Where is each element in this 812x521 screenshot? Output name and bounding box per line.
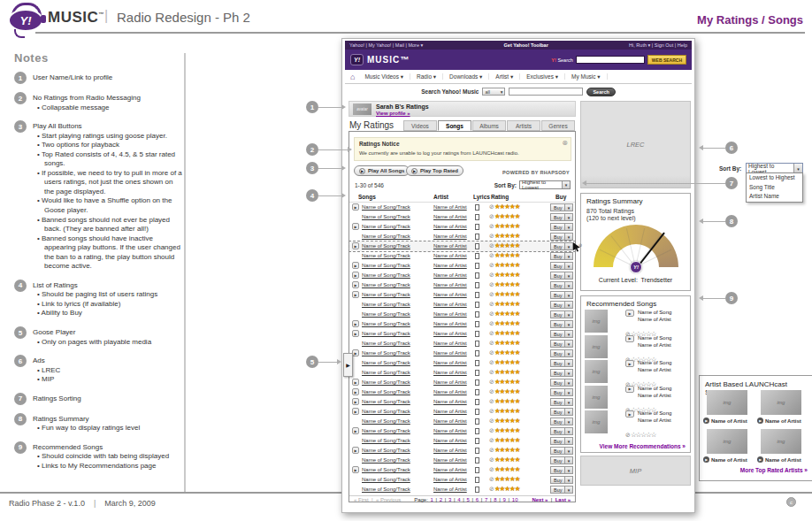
table-row[interactable]: ▶Name of Song/TrackName of Artist⊘★★★★★B… (349, 241, 575, 251)
buy-dropdown[interactable]: Buy▾ (550, 340, 573, 348)
home-icon[interactable]: ⌂ (350, 73, 355, 81)
play-icon[interactable]: ▶ (352, 349, 359, 356)
buy-dropdown[interactable]: Buy▾ (550, 456, 573, 464)
table-row[interactable]: ▶Name of Song/TrackName of Artist⊘★★★★★B… (349, 465, 575, 475)
buy-dropdown[interactable]: Buy▾ (550, 272, 573, 280)
song-link[interactable]: Name of Song/Track (362, 370, 410, 375)
buy-dropdown[interactable]: Buy▾ (550, 262, 573, 270)
artist-link[interactable]: Name of Artist (433, 448, 467, 453)
play-icon[interactable]: ▶ (625, 360, 634, 367)
rec-song-name[interactable]: Name of Song (638, 410, 671, 416)
star-icons[interactable]: ★★★★★ (494, 475, 520, 483)
star-icons[interactable]: ★★★★★ (494, 261, 520, 269)
page-link-7[interactable]: 7 (485, 497, 487, 502)
station-artist[interactable]: ▶Name of Artist (703, 456, 756, 463)
artist-link[interactable]: Name of Artist (433, 418, 467, 424)
artist-link[interactable]: Name of Artist (433, 379, 467, 385)
tab-albums[interactable]: Albums (472, 120, 506, 131)
rating-stars[interactable]: ⊘★★★★★ (489, 387, 520, 395)
artist-link[interactable]: Name of Artist (433, 331, 467, 336)
table-row[interactable]: ▶Name of Song/TrackName of Artist⊘★★★★★B… (349, 349, 575, 358)
table-row[interactable]: ▶Name of Song/TrackName of Artist⊘★★★★★B… (349, 222, 575, 232)
song-link[interactable]: Name of Song/Track (362, 350, 410, 356)
table-row[interactable]: ▶Name of Song/TrackName of Artist⊘★★★★★B… (349, 319, 575, 329)
star-icons[interactable]: ★★★★★ (494, 446, 520, 454)
star-icons[interactable]: ★★★★★ (494, 465, 520, 473)
song-link[interactable]: Name of Song/Track (362, 428, 410, 433)
lyrics-checkbox[interactable] (475, 409, 479, 415)
topbar-link[interactable]: Mail (395, 42, 404, 48)
lyrics-checkbox[interactable] (475, 487, 479, 493)
artist-link[interactable]: Name of Artist (433, 467, 467, 472)
page-link-2[interactable]: 2 (440, 497, 442, 502)
artist-link[interactable]: Name of Artist (433, 253, 467, 258)
topbar-link[interactable]: My Yahoo! (369, 42, 392, 48)
play-icon[interactable]: ▶ (625, 335, 634, 342)
rating-stars[interactable]: ⊘★★★★★ (489, 203, 520, 211)
view-profile-link[interactable]: View profile » (376, 111, 410, 116)
page-link-3[interactable]: 3 (448, 497, 451, 502)
artist-link[interactable]: Name of Artist (433, 214, 467, 219)
recommended-item[interactable]: img▶Name of SongName of Artist⊘☆☆☆☆☆ (581, 335, 692, 360)
lyrics-checkbox[interactable] (475, 350, 479, 356)
lyrics-checkbox[interactable] (475, 341, 479, 347)
play-icon[interactable]: ▶ (625, 410, 634, 418)
table-row[interactable]: Name of Song/TrackName of Artist⊘★★★★★Bu… (349, 436, 575, 446)
buy-dropdown[interactable]: Buy▾ (550, 447, 573, 455)
rec-artist-name[interactable]: Name of Artist (638, 367, 671, 372)
lyrics-checkbox[interactable] (475, 224, 479, 230)
buy-dropdown[interactable]: Buy▾ (550, 359, 573, 367)
sort-select[interactable]: Highest to Lowest▾ (519, 180, 571, 189)
artist-link[interactable]: Name of Artist (433, 360, 467, 365)
artist-link[interactable]: Name of Artist (433, 341, 467, 346)
rating-stars[interactable]: ⊘★★★★★ (489, 407, 520, 415)
artist-link[interactable]: Name of Artist (433, 487, 467, 492)
lyrics-checkbox[interactable] (475, 311, 479, 318)
star-icons[interactable]: ★★★★★ (494, 329, 520, 337)
table-row[interactable]: Name of Song/TrackName of Artist⊘★★★★★Bu… (349, 475, 575, 485)
table-row[interactable]: ▶Name of Song/TrackName of Artist⊘★★★★★B… (349, 426, 575, 436)
song-link[interactable]: Name of Song/Track (362, 234, 410, 239)
lyrics-checkbox[interactable] (475, 448, 479, 454)
sort-option[interactable]: Song Title (747, 183, 802, 193)
rating-stars[interactable]: ⊘★★★★★ (489, 358, 520, 366)
song-link[interactable]: Name of Song/Track (362, 243, 410, 249)
song-link[interactable]: Name of Song/Track (362, 214, 410, 219)
topbar-link[interactable]: Yahoo! (349, 42, 364, 48)
buy-dropdown[interactable]: Buy▾ (550, 281, 573, 289)
play-icon[interactable]: ▶ (352, 427, 359, 434)
rating-stars[interactable]: ⊘★★★★★ (489, 310, 520, 318)
buy-dropdown[interactable]: Buy▾ (550, 320, 573, 328)
rating-stars[interactable]: ⊘★★★★★ (489, 426, 520, 434)
star-icons[interactable]: ★★★★★ (494, 485, 520, 493)
lyrics-checkbox[interactable] (475, 321, 479, 327)
rating-stars[interactable]: ⊘★★★★★ (489, 485, 520, 493)
lyrics-checkbox[interactable] (475, 418, 479, 425)
lyrics-checkbox[interactable] (475, 389, 479, 395)
table-row[interactable]: ▶Name of Song/TrackName of Artist⊘★★★★★B… (349, 261, 575, 271)
play-icon[interactable]: ▶ (352, 281, 359, 288)
play-icon[interactable]: ▶ (352, 466, 359, 473)
rating-stars[interactable]: ⊘★★★★★ (489, 378, 520, 386)
station-thumb[interactable]: img (707, 390, 747, 415)
artist-link[interactable]: Name of Artist (433, 282, 467, 287)
star-icons[interactable]: ☆☆☆☆☆ (631, 431, 656, 439)
artist-link[interactable]: Name of Artist (433, 224, 467, 229)
rating-stars[interactable]: ⊘★★★★★ (489, 368, 520, 376)
lyrics-checkbox[interactable] (475, 379, 479, 386)
artist-link[interactable]: Name of Artist (433, 438, 467, 443)
song-link[interactable]: Name of Song/Track (362, 282, 410, 287)
song-link[interactable]: Name of Song/Track (362, 399, 410, 404)
lyrics-checkbox[interactable] (475, 331, 479, 337)
song-link[interactable]: Name of Song/Track (362, 477, 410, 482)
buy-dropdown[interactable]: Buy▾ (550, 242, 573, 250)
buy-dropdown[interactable]: Buy▾ (550, 203, 573, 211)
tab-videos[interactable]: Videos (403, 120, 437, 131)
tab-artists[interactable]: Artists (507, 120, 540, 131)
page-link-5[interactable]: 5 (467, 497, 470, 502)
rating-stars[interactable]: ⊘★★★★★ (489, 319, 520, 327)
table-row[interactable]: Name of Song/TrackName of Artist⊘★★★★★Bu… (349, 456, 575, 465)
search-scope-select[interactable]: all▾ (482, 88, 505, 96)
buy-dropdown[interactable]: Buy▾ (550, 330, 573, 338)
play-icon[interactable]: ▶ (352, 388, 359, 395)
